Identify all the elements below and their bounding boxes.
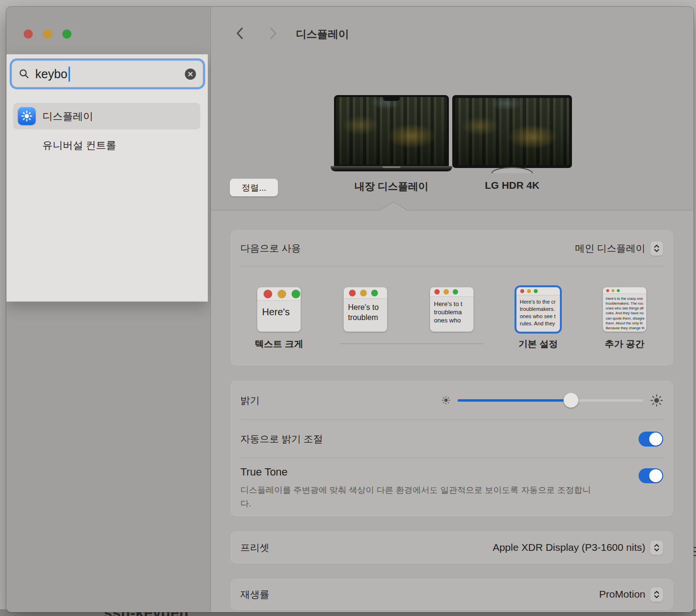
refresh-rate-row: 재생률 ProMotion (231, 579, 673, 610)
auto-brightness-toggle[interactable] (639, 432, 663, 447)
refresh-rate-card: 재생률 ProMotion (231, 579, 673, 610)
builtin-display-name: 내장 디스플레이 (334, 180, 449, 193)
mini-window-titlebar (603, 287, 646, 294)
clear-search-button[interactable] (185, 69, 196, 80)
display-settings-pane: 디스플레이 내장 디스플레이 LG HDR 4K 정렬... 다음으로 (211, 7, 694, 612)
search-result-label: 유니버설 컨트롤 (42, 139, 116, 152)
scaling-option-larger-text[interactable]: Here's (257, 287, 301, 332)
external-display-name: LG HDR 4K (452, 180, 572, 191)
display-brightness-icon (18, 107, 36, 125)
minimize-button[interactable] (43, 29, 52, 39)
forward-button[interactable] (266, 26, 280, 41)
auto-brightness-label: 자동으로 밝기 조절 (240, 433, 323, 446)
wallpaper-thumbnail (336, 97, 447, 165)
search-icon (19, 69, 29, 79)
scaling-label-larger-text: 텍스트 크게 (236, 338, 322, 350)
refresh-rate-dropdown[interactable] (650, 587, 663, 602)
true-tone-toggle[interactable] (639, 468, 663, 483)
system-settings-window: keybo (6, 7, 694, 612)
mini-window-text: Here's (262, 307, 301, 318)
scaling-option-2[interactable]: Here's to troublem (344, 287, 387, 332)
auto-brightness-row: 자동으로 밝기 조절 (231, 420, 673, 458)
zoom-button[interactable] (62, 29, 71, 39)
row-divider (240, 266, 663, 266)
builtin-display-preview[interactable] (334, 95, 449, 171)
use-as-row: 다음으로 사용 메인 디스플레이 (231, 230, 673, 266)
search-input[interactable]: keybo (12, 60, 203, 87)
scaling-connector-line (340, 343, 483, 344)
back-button[interactable] (232, 26, 247, 41)
resolution-card: 다음으로 사용 메인 디스플레이 Here's (231, 230, 673, 365)
scaling-label-default: 기본 설정 (495, 338, 582, 350)
mini-window-text: Here's to t troublema ones who (430, 297, 473, 325)
selected-display-pointer (379, 201, 407, 210)
laptop-base (331, 166, 452, 171)
brightness-slider-fill (458, 399, 571, 402)
text-cursor (69, 67, 70, 82)
brightness-row: 밝기 (231, 381, 673, 420)
scaling-option-3[interactable]: Here's to t troublema ones who (430, 287, 473, 332)
section-divider (211, 210, 694, 210)
true-tone-description: 디스플레이를 주변광에 맞춰 색상이 다른 환경에서도 일관적으로 보이도록 자… (240, 483, 600, 510)
use-as-value: 메인 디스플레이 (575, 242, 645, 255)
page-title: 디스플레이 (296, 27, 349, 42)
brightness-slider[interactable] (458, 399, 643, 402)
mini-window-titlebar (516, 287, 560, 295)
search-result-displays[interactable]: 디스플레이 (13, 103, 200, 129)
mini-window-titlebar (257, 287, 301, 301)
true-tone-label: True Tone (240, 466, 663, 478)
search-results-popup: keybo (6, 54, 208, 302)
mini-window-text: Here's to the cr troublemakers. ones who… (516, 295, 560, 327)
window-controls (24, 29, 71, 39)
preset-value: Apple XDR Display (P3-1600 nits) (493, 542, 645, 553)
chevron-up-down-icon (654, 590, 660, 599)
search-result-label: 디스플레이 (42, 110, 93, 123)
chevron-up-down-icon (654, 543, 660, 552)
use-as-dropdown[interactable] (650, 241, 663, 256)
scaling-option-default[interactable]: Here's to the cr troublemakers. ones who… (516, 287, 560, 332)
close-button[interactable] (24, 29, 33, 39)
sidebar: keybo (6, 7, 211, 612)
use-as-label: 다음으로 사용 (240, 242, 301, 255)
mini-window-titlebar (430, 287, 473, 297)
close-icon (188, 71, 193, 77)
mini-window-text: Here's to the crazy one troublemakers. T… (603, 294, 646, 331)
chevron-left-icon (236, 27, 243, 40)
wallpaper-thumbnail (455, 98, 569, 165)
brightness-high-icon (650, 394, 663, 407)
laptop-notch (383, 97, 400, 101)
true-tone-row: True Tone 디스플레이를 주변광에 맞춰 색상이 다른 환경에서도 일관… (231, 458, 673, 510)
preset-row: 프리셋 Apple XDR Display (P3-1600 nits) (231, 532, 673, 563)
external-display-preview[interactable] (452, 95, 572, 173)
chevron-up-down-icon (654, 244, 660, 253)
preset-dropdown[interactable] (650, 540, 663, 555)
mini-window-titlebar (344, 287, 387, 299)
brightness-card: 밝기 (231, 381, 673, 516)
scaling-option-more-space[interactable]: Here's to the crazy one troublemakers. T… (603, 287, 646, 332)
scaling-label-more-space: 추가 공간 (581, 338, 668, 350)
search-result-universal-control[interactable]: 유니버설 컨트롤 (13, 136, 200, 155)
brightness-low-icon (441, 395, 451, 405)
brightness-slider-knob[interactable] (563, 393, 578, 408)
search-query-text: keybo (35, 67, 68, 81)
chevron-right-icon (270, 27, 277, 40)
refresh-rate-value: ProMotion (599, 588, 645, 600)
arrange-button[interactable]: 정렬... (230, 179, 278, 196)
preset-label: 프리셋 (240, 541, 269, 554)
brightness-label: 밝기 (240, 394, 260, 407)
refresh-rate-label: 재생률 (240, 588, 269, 601)
mini-window-text: Here's to troublem (344, 299, 387, 323)
preset-card: 프리셋 Apple XDR Display (P3-1600 nits) (231, 532, 673, 563)
